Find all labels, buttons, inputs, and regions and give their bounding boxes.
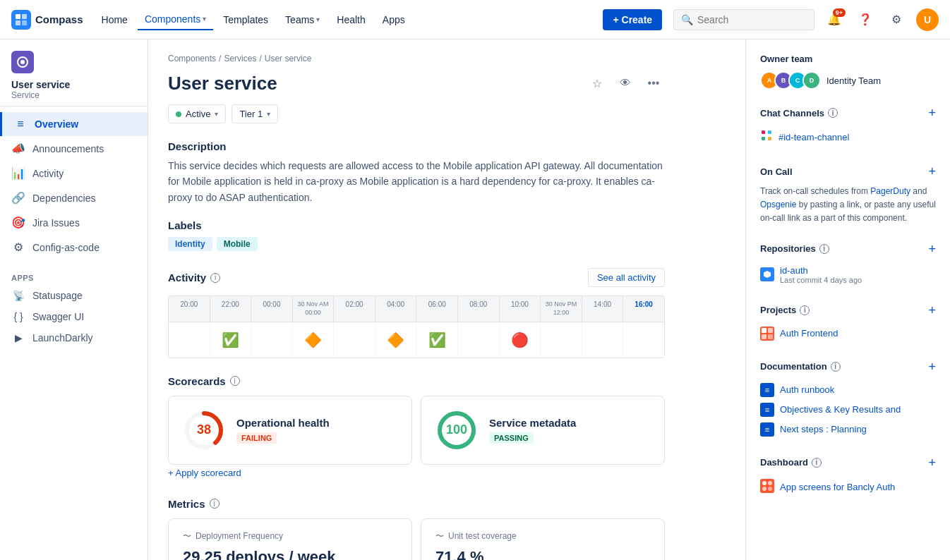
doc-name-1[interactable]: Objectives & Key Results and — [780, 404, 901, 415]
sidebar-app-swagger[interactable]: { } Swagger UI — [0, 306, 148, 327]
pagerduty-link[interactable]: PagerDuty — [870, 186, 910, 196]
scorecard-metadata: 100 Service metadata PASSING — [421, 396, 665, 465]
owner-team-title: Owner team — [760, 54, 812, 64]
nav-apps[interactable]: Apps — [375, 10, 412, 30]
chat-info-icon[interactable]: i — [828, 108, 838, 118]
nav-components[interactable]: Components ▾ — [138, 9, 213, 30]
label-mobile[interactable]: Mobile — [217, 237, 258, 251]
doc-add-button[interactable]: + — [928, 360, 936, 373]
sidebar-app-statuspage-label: Statuspage — [32, 290, 83, 301]
svg-rect-12 — [762, 137, 765, 140]
user-avatar[interactable]: U — [916, 8, 939, 31]
nav-items: Home Components ▾ Templates Teams ▾ Heal… — [95, 9, 412, 30]
settings-button[interactable]: ⚙ — [885, 8, 908, 31]
scorecards-header: Scorecards i — [168, 375, 665, 387]
nav-health[interactable]: Health — [330, 10, 372, 30]
dashboard-add-button[interactable]: + — [928, 456, 936, 469]
repo-icon — [760, 267, 774, 281]
breadcrumb-components[interactable]: Components — [168, 54, 216, 63]
sidebar-item-overview[interactable]: ≡ Overview — [0, 112, 148, 136]
on-call-add-button[interactable]: + — [928, 165, 936, 178]
activity-section: Activity i See all activity 20:00 22:00 … — [168, 268, 665, 358]
score-name-pass: Service metadata — [489, 417, 650, 429]
apply-scorecard-button[interactable]: + Apply scorecard — [168, 465, 665, 481]
search-input[interactable] — [697, 14, 807, 25]
app-logo[interactable]: Compass — [11, 10, 83, 30]
sidebar-item-announcements[interactable]: 📣 Announcements — [0, 136, 148, 161]
event-cell-0 — [169, 322, 210, 358]
event-cell-8: 🔴 — [500, 322, 541, 358]
nav-home[interactable]: Home — [95, 10, 135, 30]
label-identity[interactable]: Identity — [168, 237, 212, 251]
metrics-title: Metrics — [168, 498, 205, 510]
activity-header: Activity i See all activity — [168, 268, 665, 287]
create-button[interactable]: + Create — [603, 9, 662, 30]
more-button[interactable]: ••• — [642, 72, 665, 95]
repos-add-button[interactable]: + — [928, 243, 936, 255]
config-icon: ⚙ — [11, 241, 25, 254]
sidebar-item-dependencies[interactable]: 🔗 Dependencies — [0, 185, 148, 210]
repositories-title: Repositories i — [760, 243, 829, 254]
dashboard-info-icon[interactable]: i — [812, 458, 822, 468]
sidebar-label-activity: Activity — [32, 168, 64, 179]
scorecards-section: Scorecards i 38 Op — [168, 375, 665, 481]
sidebar-label-jira: Jira Issues — [32, 217, 80, 229]
sidebar-app-launchdarkly[interactable]: ▶ LaunchDarkly — [0, 327, 148, 348]
scorecard-operational: 38 Operational health FAILING — [168, 396, 412, 465]
metrics-info-icon[interactable]: i — [210, 499, 220, 509]
scorecards-info-icon[interactable]: i — [230, 376, 240, 386]
ts-nov30am: 30 Nov AM00:00 — [293, 296, 335, 321]
ts-0600: 06:00 — [416, 296, 458, 321]
event-cell-5: 🔶 — [375, 322, 417, 358]
sidebar-item-config[interactable]: ⚙ Config-as-code — [0, 235, 148, 260]
tier-badge[interactable]: Tier 1 ▾ — [232, 104, 278, 123]
chat-add-button[interactable]: + — [928, 106, 936, 119]
channel-name[interactable]: #id-team-channel — [778, 132, 849, 142]
see-all-activity-button[interactable]: See all activity — [588, 268, 665, 287]
documentation-title: Documentation i — [760, 361, 841, 372]
repos-info-icon[interactable]: i — [819, 244, 829, 254]
chat-channel-row: #id-team-channel — [760, 126, 936, 148]
star-button[interactable]: ☆ — [586, 72, 608, 95]
nav-templates[interactable]: Templates — [216, 10, 275, 30]
activity-info-icon[interactable]: i — [210, 273, 220, 283]
activity-title-row: Activity i — [168, 272, 220, 284]
dashboard-name-0[interactable]: App screens for Bancly Auth — [780, 482, 895, 492]
doc-name-2[interactable]: Next steps : Planning — [780, 424, 867, 434]
help-button[interactable]: ❓ — [854, 8, 877, 31]
service-type: Service — [11, 90, 136, 100]
project-name[interactable]: Auth Frontend — [780, 328, 838, 339]
slack-icon — [760, 129, 773, 145]
sidebar-app-launchdarkly-label: LaunchDarkly — [32, 332, 93, 343]
svg-rect-18 — [768, 334, 773, 339]
labels-row: Identity Mobile — [168, 237, 665, 251]
ts-0400: 04:00 — [375, 296, 417, 321]
ts-2200: 22:00 — [210, 296, 252, 321]
notifications-button[interactable]: 🔔 9+ — [823, 8, 846, 31]
doc-icon-2: ≡ — [760, 422, 774, 437]
sidebar-item-activity[interactable]: 📊 Activity — [0, 161, 148, 185]
projects-info-icon[interactable]: i — [800, 305, 810, 315]
breadcrumb-services[interactable]: Services — [224, 54, 256, 63]
sidebar-app-statuspage[interactable]: 📡 Statuspage — [0, 285, 148, 306]
owner-team-header: Owner team — [760, 54, 936, 64]
watch-button[interactable]: 👁 — [614, 72, 637, 95]
nav-teams[interactable]: Teams ▾ — [278, 10, 327, 30]
labels-section: Labels Identity Mobile — [168, 219, 665, 251]
score-status-pass: PASSING — [489, 432, 534, 444]
tier-label: Tier 1 — [239, 109, 263, 119]
projects-add-button[interactable]: + — [928, 304, 936, 317]
metric-deployment-label: Deployment Frequency — [196, 531, 283, 541]
search-box[interactable]: 🔍 — [673, 9, 814, 30]
sidebar-item-jira[interactable]: 🎯 Jira Issues — [0, 210, 148, 235]
doc-name-0[interactable]: Auth runbook — [780, 384, 834, 395]
repo-name[interactable]: id-auth — [780, 265, 936, 276]
warning-event-icon-2: 🔶 — [387, 331, 404, 348]
success-event-icon-2: ✅ — [428, 331, 446, 348]
projects-section: Projects i + Auth Frontend — [760, 304, 936, 343]
status-badge-active[interactable]: Active ▾ — [168, 104, 226, 123]
sidebar-label-overview: Overview — [35, 118, 78, 130]
doc-info-icon[interactable]: i — [831, 362, 841, 372]
opsgenie-link[interactable]: Opsgenie — [760, 200, 796, 209]
active-dot — [176, 111, 181, 117]
